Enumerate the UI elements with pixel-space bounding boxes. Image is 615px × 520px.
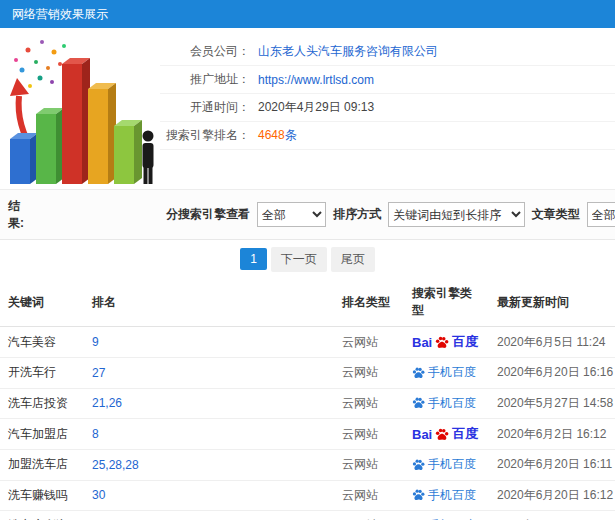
open-time-value: 2020年4月29日 09:13 <box>258 99 374 116</box>
baidu-paw-icon <box>435 428 449 441</box>
update-time-cell: 2020年6月20日 16:12 <box>489 480 615 511</box>
update-time-cell: 2020年6月20日 16:16 <box>489 358 615 389</box>
table-row: 开洗车行 27 云网站 手机百度 2020年6月20日 16:16 <box>0 358 615 389</box>
baidu-paw-icon <box>435 336 449 349</box>
rank-cell: 30 <box>84 480 334 511</box>
table-row: 汽车加盟店 8 云网站 Bai 百度 2020年6月2日 16:12 <box>0 419 615 450</box>
rank-type-text: 云网站 <box>342 396 378 410</box>
sort-filter-label: 排序方式 <box>333 206 381 223</box>
engine-rank-label: 搜索引擎排名： <box>160 127 250 144</box>
keyword-cell: 汽车加盟店 <box>0 419 84 450</box>
mobile-baidu-paw-icon <box>412 397 425 409</box>
keyword-text: 汽车美容 <box>8 335 56 349</box>
rank-link[interactable]: 8 <box>92 427 99 441</box>
rank-type-cell: 云网站 <box>334 419 404 450</box>
header-rank: 排名 <box>84 278 334 327</box>
sort-filter-select[interactable]: 关键词由短到长排序 <box>388 202 524 227</box>
engine-cell: Bai 百度 <box>404 419 489 450</box>
member-info-rows: 会员公司： 山东老人头汽车服务咨询有限公司 推广地址： https://www.… <box>160 38 615 150</box>
mobile-baidu-label: 手机百度 <box>428 456 476 473</box>
mobile-baidu-label: 手机百度 <box>428 395 476 412</box>
result-section-label: 结果: <box>8 198 24 232</box>
table-row: 洗车店投资 21,26 云网站 手机百度 2020年5月27日 14:58 <box>0 388 615 419</box>
update-time-text: 2020年6月2日 16:12 <box>497 427 606 441</box>
page-next[interactable]: 下一页 <box>271 247 327 272</box>
promo-url-row: 推广地址： https://www.lrtlsd.com <box>160 66 615 94</box>
rank-type-cell: 云网站 <box>334 480 404 511</box>
baidu-logo-text-bai: Bai <box>412 335 432 350</box>
rank-cell: 30 <box>84 511 334 520</box>
baidu-logo: Bai 百度 <box>412 425 478 443</box>
promo-url-link[interactable]: https://www.lrtlsd.com <box>258 73 374 87</box>
type-filter-select[interactable]: 全部 <box>587 202 615 227</box>
engine-cell: Bai 百度 <box>404 327 489 358</box>
rank-type-text: 云网站 <box>342 427 378 441</box>
rank-type-cell: 云网站 <box>334 511 404 520</box>
header-keyword: 关键词 <box>0 278 84 327</box>
open-time-label: 开通时间： <box>160 99 250 116</box>
rank-count: 4648 <box>258 128 285 142</box>
page-last[interactable]: 尾页 <box>331 247 375 272</box>
rank-link[interactable]: 30 <box>92 488 105 502</box>
keyword-cell: 洗车店投资 <box>0 388 84 419</box>
baidu-logo-text-bai: Bai <box>412 427 432 442</box>
mobile-baidu-badge: 手机百度 <box>412 395 476 412</box>
rank-link[interactable]: 21,26 <box>92 396 122 410</box>
engine-cell: 手机百度 <box>404 358 489 389</box>
company-label: 会员公司： <box>160 43 250 60</box>
baidu-logo: Bai 百度 <box>412 333 478 351</box>
mobile-baidu-paw-icon <box>412 367 425 379</box>
rank-type-cell: 云网站 <box>334 450 404 481</box>
keyword-text: 汽车加盟店 <box>8 427 68 441</box>
baidu-logo-text-du: 百度 <box>452 425 478 443</box>
engine-cell: 手机百度 <box>404 450 489 481</box>
rank-cell: 9 <box>84 327 334 358</box>
table-row: 洗车赚钱吗 30 云网站 手机百度 2020年6月20日 16:12 <box>0 480 615 511</box>
keyword-cell: 洗车店利润 <box>0 511 84 520</box>
app-header: 网络营销效果展示 <box>0 0 615 28</box>
table-row: 汽车美容 9 云网站 Bai 百度 2020年6月5日 11:24 <box>0 327 615 358</box>
type-filter-label: 文章类型 <box>532 206 580 223</box>
rank-link[interactable]: 25,28,28 <box>92 458 139 472</box>
keyword-text: 洗车店投资 <box>8 396 68 410</box>
header-engine-type: 搜索引擎类型 <box>404 278 489 327</box>
update-time-text: 2020年6月20日 16:11 <box>497 457 612 471</box>
rank-type-cell: 云网站 <box>334 327 404 358</box>
rank-type-text: 云网站 <box>342 488 378 502</box>
results-table: 关键词 排名 排名类型 搜索引擎类型 最新更新时间 汽车美容 9 云网站 Bai… <box>0 278 615 520</box>
mobile-baidu-paw-icon <box>412 489 425 501</box>
update-time-text: 2020年6月20日 16:12 <box>497 488 613 502</box>
table-header-row: 关键词 排名 排名类型 搜索引擎类型 最新更新时间 <box>0 278 615 327</box>
page-current[interactable]: 1 <box>240 248 267 270</box>
rank-type-text: 云网站 <box>342 365 378 379</box>
rank-link[interactable]: 27 <box>92 366 105 380</box>
rank-type-text: 云网站 <box>342 335 378 349</box>
engine-filter-select[interactable]: 全部 <box>257 202 326 227</box>
page-title: 网络营销效果展示 <box>12 7 108 21</box>
company-link[interactable]: 山东老人头汽车服务咨询有限公司 <box>258 43 438 60</box>
rank-cell: 21,26 <box>84 388 334 419</box>
keyword-text: 开洗车行 <box>8 365 56 379</box>
person-figure <box>143 131 154 185</box>
filter-bar: 结果: 分搜索引擎查看 全部 排序方式 关键词由短到长排序 文章类型 全部 提交 <box>0 190 615 240</box>
mobile-baidu-badge: 手机百度 <box>412 487 476 504</box>
rank-unit: 条 <box>285 128 297 142</box>
update-time-text: 2020年6月5日 11:24 <box>497 335 606 349</box>
update-time-cell: 2020年5月27日 14:58 <box>489 388 615 419</box>
engine-cell: 手机百度 <box>404 511 489 520</box>
keyword-cell: 洗车赚钱吗 <box>0 480 84 511</box>
baidu-logo-text-du: 百度 <box>452 333 478 351</box>
keyword-cell: 开洗车行 <box>0 358 84 389</box>
bar-chart-illustration <box>2 34 157 186</box>
rank-link[interactable]: 9 <box>92 335 99 349</box>
rank-type-cell: 云网站 <box>334 388 404 419</box>
update-time-cell: 2020年6月20日 16:11 <box>489 450 615 481</box>
mobile-baidu-label: 手机百度 <box>428 364 476 381</box>
update-time-cell: 2020年6月2日 16:12 <box>489 419 615 450</box>
mobile-baidu-paw-icon <box>412 459 425 471</box>
header-update-time: 最新更新时间 <box>489 278 615 327</box>
keyword-text: 加盟洗车店 <box>8 457 68 471</box>
update-time-text: 2020年5月27日 14:58 <box>497 396 613 410</box>
header-rank-type: 排名类型 <box>334 278 404 327</box>
keyword-cell: 加盟洗车店 <box>0 450 84 481</box>
